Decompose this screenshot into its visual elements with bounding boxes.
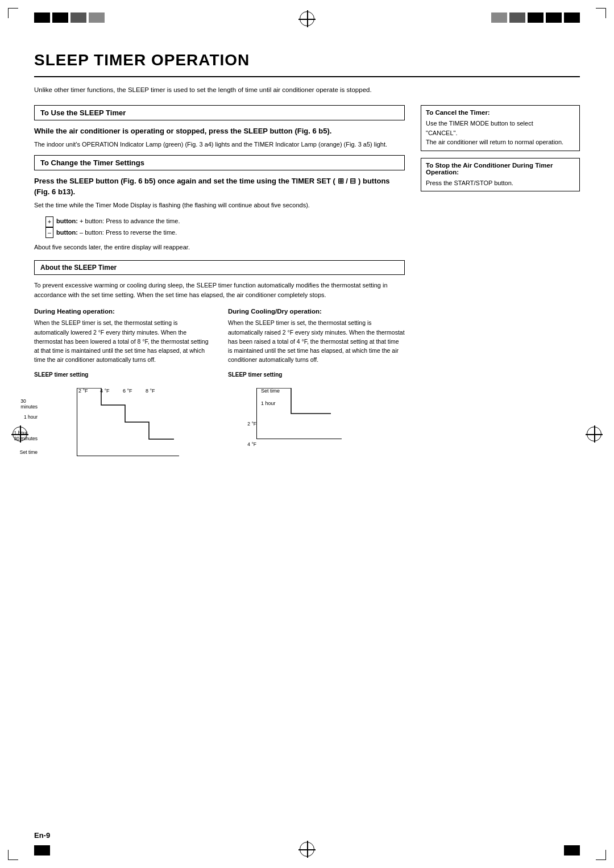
corner-mark-tl xyxy=(8,8,18,18)
heating-body: When the SLEEP timer is set, the thermos… xyxy=(34,318,211,364)
cancel-line2: "CANCEL". xyxy=(426,130,458,136)
reg-block xyxy=(70,12,86,23)
col-left: To Use the SLEEP Timer While the air con… xyxy=(34,105,405,456)
minus-button-symbol: – xyxy=(45,227,53,238)
reg-bar-bottom-right xyxy=(564,845,580,856)
button-list: + button: + button: Press to advance the… xyxy=(45,216,405,238)
cooling-col: During Cooling/Dry operation: When the S… xyxy=(228,308,405,456)
minus-button-item: – button: – button: Press to reverse the… xyxy=(45,227,405,239)
cooling-chart-svg xyxy=(257,388,342,439)
title-rule xyxy=(34,76,580,77)
stop-timer-title: To Stop the Air Conditioner During Timer… xyxy=(426,162,575,176)
change-timer-body: Set the time while the Timer Mode Displa… xyxy=(34,201,405,210)
about-sleep-body: To prevent excessive warming or cooling … xyxy=(34,281,405,300)
cancel-timer-box: To Cancel the Timer: Use the TIMER MODE … xyxy=(421,105,580,151)
use-sleep-subtitle: While the air conditioner is operating o… xyxy=(34,126,405,136)
reg-block xyxy=(34,12,50,23)
page-number: En-9 xyxy=(34,831,50,840)
reg-bar-bottom-left xyxy=(34,845,50,856)
cooling-chart-title: SLEEP timer setting xyxy=(228,372,405,378)
cooling-y2: 4 °F xyxy=(247,441,256,447)
reg-block xyxy=(546,12,562,23)
stop-timer-box: To Stop the Air Conditioner During Timer… xyxy=(421,158,580,192)
use-sleep-body: The indoor unit's OPERATION Indicator La… xyxy=(34,140,405,149)
heating-chart-area xyxy=(77,388,179,456)
heating-y3: 1 hour30 minutes xyxy=(14,430,38,441)
cooling-body: When the SLEEP timer is set, the thermos… xyxy=(228,318,405,364)
change-timer-header: To Change the Timer Settings xyxy=(34,155,405,170)
col-right: To Cancel the Timer: Use the TIMER MODE … xyxy=(421,105,580,456)
plus-button-symbol: + xyxy=(45,216,53,227)
crosshair-circle xyxy=(300,11,314,26)
cooling-y1: 2 °F xyxy=(247,421,256,427)
crosshair-bottom xyxy=(298,841,316,858)
crosshair-circle xyxy=(300,842,314,857)
cancel-line3: The air conditioner will return to norma… xyxy=(426,139,563,145)
reg-block xyxy=(34,845,50,856)
reg-block xyxy=(564,845,580,856)
reg-block xyxy=(528,12,544,23)
minus-button-label: button: xyxy=(56,229,78,236)
use-sleep-timer-header: To Use the SLEEP Timer xyxy=(34,105,405,120)
heating-col: During Heating operation: When the SLEEP… xyxy=(34,308,211,456)
reg-bar-top-left xyxy=(34,12,105,23)
cancel-timer-text: Use the TIMER MODE button to select "CAN… xyxy=(426,119,575,147)
cancel-timer-title: To Cancel the Timer: xyxy=(426,109,575,116)
corner-mark-br xyxy=(596,850,606,860)
main-content: SLEEP TIMER OPERATION Unlike other timer… xyxy=(34,51,580,456)
two-col-layout: To Use the SLEEP Timer While the air con… xyxy=(34,105,580,456)
heating-y4: Set time xyxy=(20,449,38,455)
cooling-chart: SLEEP timer setting Set time 1 hour xyxy=(228,372,405,439)
stop-timer-text: Press the START/STOP button. xyxy=(426,178,575,188)
about-sleep-header: About the SLEEP Timer xyxy=(34,260,405,275)
plus-button-label: button: xyxy=(56,218,78,224)
heating-y2: 1 hour xyxy=(24,414,38,420)
minus-button-desc: – button: Press to reverse the time. xyxy=(80,229,177,236)
cooling-chart-area xyxy=(256,388,342,439)
plus-button-desc: + button: Press to advance the time. xyxy=(80,218,180,224)
bottom-two-col: During Heating operation: When the SLEEP… xyxy=(34,308,405,456)
change-timer-subtitle: Press the SLEEP button (Fig. 6 b5) once … xyxy=(34,176,405,197)
reg-block xyxy=(564,12,580,23)
reg-block xyxy=(52,12,68,23)
plus-button-item: + button: + button: Press to advance the… xyxy=(45,216,405,227)
crosshair-right xyxy=(586,425,603,443)
cooling-title: During Cooling/Dry operation: xyxy=(228,308,405,315)
five-seconds-text: About five seconds later, the entire dis… xyxy=(34,243,405,252)
heating-chart-title: SLEEP timer setting xyxy=(34,372,211,378)
page: SLEEP TIMER OPERATION Unlike other timer… xyxy=(0,0,614,868)
heating-chart-svg xyxy=(77,388,180,456)
cancel-line1: Use the TIMER MODE button to select xyxy=(426,120,533,127)
reg-block xyxy=(509,12,525,23)
heating-chart: SLEEP timer setting 2 °F 4 °F 6 °F 8 °F xyxy=(34,372,211,456)
intro-text: Unlike other timer functions, the SLEEP … xyxy=(34,85,580,95)
corner-mark-bl xyxy=(8,850,18,860)
corner-mark-tr xyxy=(596,8,606,18)
reg-block xyxy=(89,12,105,23)
crosshair-top xyxy=(298,10,316,27)
crosshair-circle xyxy=(587,427,601,441)
heating-y1: 30minutes xyxy=(20,398,38,410)
heating-title: During Heating operation: xyxy=(34,308,211,315)
reg-block xyxy=(491,12,507,23)
reg-bar-top-right xyxy=(491,12,580,23)
page-title: SLEEP TIMER OPERATION xyxy=(34,51,580,69)
